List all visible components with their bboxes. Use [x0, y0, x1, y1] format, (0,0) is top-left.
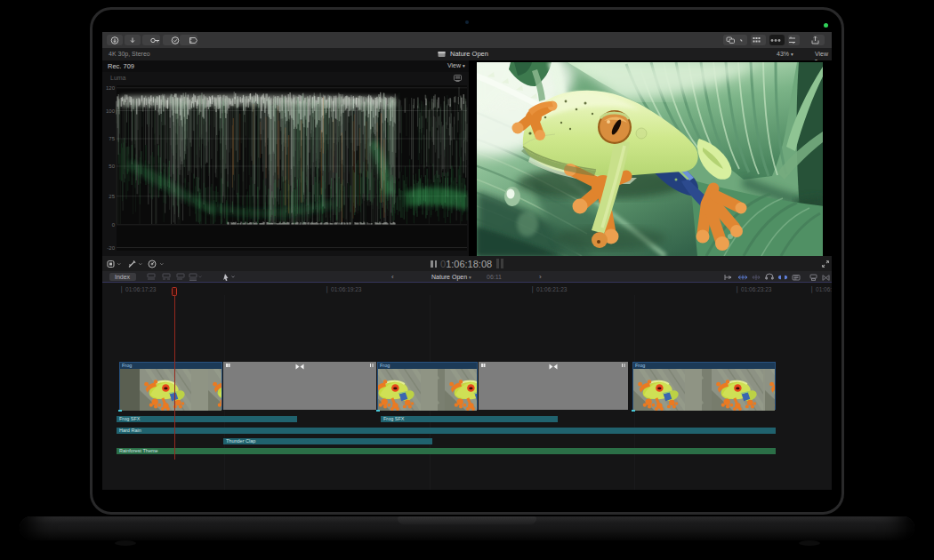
- svg-text:-20: -20: [107, 244, 115, 250]
- svg-text:50: 50: [109, 164, 115, 169]
- svg-text:100: 100: [106, 108, 116, 113]
- svg-text:25: 25: [109, 193, 115, 198]
- svg-text:75: 75: [109, 136, 115, 141]
- svg-text:0: 0: [112, 221, 116, 227]
- svg-text:120: 120: [106, 84, 116, 90]
